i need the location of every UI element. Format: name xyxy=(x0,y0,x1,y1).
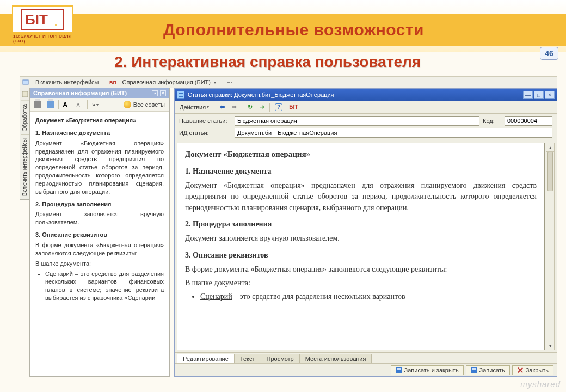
go-icon: ➜ xyxy=(260,103,264,111)
article-bottom-tabs: Редактирование Текст Просмотр Места испо… xyxy=(175,352,557,363)
top-menubar: Включить интерфейсы БІТ Справочная инфор… xyxy=(20,76,557,88)
help-panel-titlebar: Справочная информация (БИТ) ⋆ × xyxy=(30,88,169,98)
font-big-icon: A xyxy=(63,101,67,109)
article-titlebar[interactable]: Статья справки: Документ.бит_БюджетнаяОп… xyxy=(175,89,557,101)
vertical-tab-include-interfaces[interactable]: Включить интерфейсы xyxy=(21,134,29,199)
disk-icon xyxy=(471,367,477,373)
svg-rect-8 xyxy=(22,91,28,97)
bit-logo-icon: БІТ xyxy=(109,79,116,85)
help-section3-body: В форме документа «Бюджетная операция» з… xyxy=(35,241,164,258)
logo: БIТ . 1С:БУХУЧЕТ И ТОРГОВЛЯ (БИТ) xyxy=(12,5,73,45)
tab-editing[interactable]: Редактирование xyxy=(177,354,235,363)
document-icon xyxy=(177,91,184,99)
help-section2-body: Документ заполняется вручную пользовател… xyxy=(35,210,164,226)
nav-fwd-button[interactable]: ➡ xyxy=(229,102,239,113)
bit-logo-small-icon: БІТ xyxy=(289,104,298,110)
help-section3-sub: В шапке документа: xyxy=(35,260,164,268)
tab-usages[interactable]: Места использования xyxy=(299,354,372,363)
article-s2-body: Документ заполняется вручную пользовател… xyxy=(185,233,537,244)
close-button[interactable]: × xyxy=(545,91,555,99)
article-id-field[interactable] xyxy=(235,128,552,138)
go-button[interactable]: ➜ xyxy=(256,102,267,113)
font-smaller-button[interactable]: A− xyxy=(74,100,85,109)
bit-button[interactable]: БІТ xyxy=(286,102,300,113)
toolbar-separator xyxy=(214,103,214,112)
help-doc-heading: Документ «Бюджетная операция» xyxy=(35,117,164,125)
help-button[interactable]: ? xyxy=(272,102,285,113)
maximize-button[interactable]: □ xyxy=(534,91,544,99)
save-and-close-button[interactable]: Записать и закрыть xyxy=(391,365,464,375)
print-preview-button[interactable] xyxy=(45,100,56,109)
article-code-field[interactable] xyxy=(505,116,552,126)
refresh-icon: ↻ xyxy=(248,103,253,111)
tab-icon xyxy=(21,90,29,98)
article-id-label: ИД статьи: xyxy=(179,130,231,136)
nav-back-button[interactable]: ⬅ xyxy=(217,102,227,113)
article-s3-item1: Сценарий – это средство для разделения н… xyxy=(200,291,537,302)
pin-icon[interactable]: ⋆ xyxy=(152,90,158,96)
menu-separator xyxy=(106,78,106,87)
help-section2-title: 2. Процедура заполнения xyxy=(35,200,164,209)
article-title-text: Статья справки: Документ.бит_БюджетнаяОп… xyxy=(188,91,334,98)
save-label: Записать xyxy=(479,367,505,373)
toolbar-separator xyxy=(242,103,242,112)
help-panel-title: Справочная информация (БИТ) xyxy=(33,90,127,96)
dots-icon[interactable] xyxy=(226,79,233,85)
watermark: myshared xyxy=(520,379,561,389)
svg-text:БIТ: БIТ xyxy=(25,11,48,28)
svg-text:.: . xyxy=(54,17,57,28)
print-button[interactable] xyxy=(32,100,43,109)
vertical-tab-processing[interactable]: Обработка xyxy=(21,100,29,134)
toolbar-separator xyxy=(58,100,59,109)
close-button-footer[interactable]: Закрыть xyxy=(512,365,553,375)
help-section3-item1: Сценарий – это средство для разделения н… xyxy=(45,270,164,302)
printer-preview-icon xyxy=(47,101,54,108)
save-button[interactable]: Записать xyxy=(466,365,510,375)
article-s3-item1-rest: – это средство для разделения нескольких… xyxy=(232,292,405,301)
help-section1-title: 1. Назначение документа xyxy=(35,129,164,137)
actions-dropdown[interactable]: Действия xyxy=(177,102,212,113)
scroll-up-button[interactable]: ▴ xyxy=(546,143,554,152)
tab-preview[interactable]: Просмотр xyxy=(261,354,300,363)
minimize-button[interactable]: — xyxy=(523,91,533,99)
toolbar-separator xyxy=(87,100,88,109)
svg-point-7 xyxy=(231,82,232,83)
window-icon xyxy=(22,79,29,85)
refresh-button[interactable]: ↻ xyxy=(244,102,255,113)
all-tips-button[interactable]: Все советы xyxy=(121,100,167,109)
article-name-field[interactable] xyxy=(235,116,479,126)
article-s3-item1-term: Сценарий xyxy=(200,292,232,301)
article-code-label: Код: xyxy=(483,118,501,124)
vertical-scrollbar[interactable]: ▴ ▾ xyxy=(546,143,555,350)
app-workspace: Включить интерфейсы БІТ Справочная инфор… xyxy=(20,76,557,377)
toolbar-separator xyxy=(269,103,270,112)
article-s3-body: В форме документа «Бюджетная операция» з… xyxy=(185,264,537,275)
vertical-tabstrip: Обработка Включить интерфейсы xyxy=(20,88,29,200)
article-form: Название статьи: Код: ИД статьи: xyxy=(175,114,557,140)
menu-help-info-label: Справочная информация (БИТ) xyxy=(122,79,211,85)
article-heading: Документ «Бюджетная операция» xyxy=(185,149,537,161)
tab-text[interactable]: Текст xyxy=(234,354,261,363)
font-small-icon: A xyxy=(76,102,80,108)
article-name-label: Название статьи: xyxy=(179,118,231,124)
help-panel-toolbar: A+ A− » Все советы xyxy=(30,98,169,112)
menu-separator xyxy=(223,78,223,87)
svg-point-6 xyxy=(229,82,230,83)
article-s3-sub: В шапке документа: xyxy=(185,278,537,289)
close-icon[interactable]: × xyxy=(160,90,166,96)
font-bigger-button[interactable]: A+ xyxy=(61,100,72,109)
menu-include-interfaces[interactable]: Включить интерфейсы xyxy=(32,78,102,86)
menu-help-info[interactable]: Справочная информация (БИТ) ▾ xyxy=(119,78,219,86)
close-x-icon xyxy=(517,367,524,373)
slide-subtitle: 2. Интерактивная справка пользователя xyxy=(114,53,421,71)
article-content[interactable]: Документ «Бюджетная операция» 1. Назначе… xyxy=(177,143,545,350)
scroll-down-button[interactable]: ▾ xyxy=(546,341,554,350)
printer-icon xyxy=(34,101,41,108)
slide-title: Дополнительные возможности xyxy=(163,21,424,39)
more-dropdown[interactable]: » xyxy=(90,100,101,109)
page-number-badge: 46 xyxy=(540,47,558,60)
scroll-thumb[interactable] xyxy=(546,152,554,341)
article-s2-title: 2. Процедура заполнения xyxy=(185,219,537,230)
logo-subtext: 1С:БУХУЧЕТ И ТОРГОВЛЯ (БИТ) xyxy=(13,32,72,44)
disk-icon xyxy=(396,367,402,373)
